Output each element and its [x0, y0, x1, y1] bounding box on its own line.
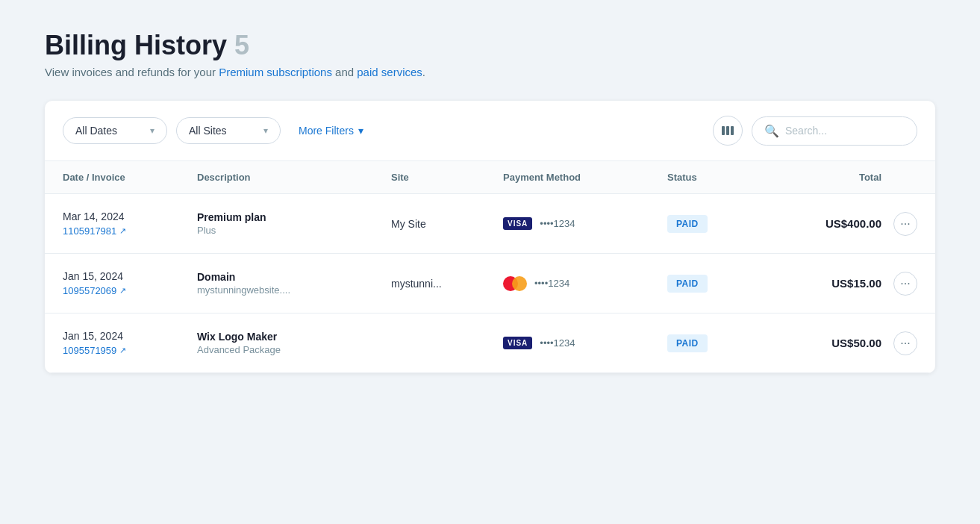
col-total: Total	[772, 172, 881, 183]
total-cell: US$15.00	[772, 277, 881, 290]
description-cell: Wix Logo Maker Advanced Package	[197, 331, 391, 355]
date-invoice-cell: Mar 14, 2024 1105917981 ↗	[63, 210, 197, 237]
row-more-button[interactable]: ···	[893, 272, 917, 296]
mastercard-badge	[503, 276, 527, 291]
invoice-link[interactable]: 1095571959 ↗	[63, 345, 197, 356]
filters-bar: All Dates ▾ All Sites ▾ More Filters ▾ 🔍	[45, 101, 935, 161]
status-cell: PAID	[667, 275, 772, 293]
status-cell: PAID	[667, 334, 772, 352]
col-site: Site	[391, 172, 503, 183]
card-dots: ••••1234	[540, 218, 575, 229]
total-cell: US$400.00	[772, 217, 881, 230]
status-badge: PAID	[667, 215, 708, 233]
date-invoice-cell: Jan 15, 2024 1095571959 ↗	[63, 330, 197, 356]
col-payment-method: Payment Method	[503, 172, 667, 183]
status-badge: PAID	[667, 275, 708, 293]
table-row: Jan 15, 2024 1095571959 ↗ Wix Logo Maker…	[45, 314, 935, 373]
page-subtitle: View invoices and refunds for your Premi…	[45, 66, 935, 78]
col-date-invoice: Date / Invoice	[63, 172, 197, 183]
desc-sub: Advanced Package	[197, 344, 391, 355]
table-row: Jan 15, 2024 1095572069 ↗ Domain mystunn…	[45, 254, 935, 314]
row-date: Jan 15, 2024	[63, 330, 197, 342]
chevron-down-icon: ▾	[263, 125, 268, 136]
svg-rect-0	[722, 126, 725, 135]
total-cell: US$50.00	[772, 337, 881, 349]
invoice-link[interactable]: 1095572069 ↗	[63, 285, 197, 296]
search-box: 🔍	[752, 116, 917, 146]
page-header: Billing History 5 View invoices and refu…	[45, 30, 935, 78]
table-row: Mar 14, 2024 1105917981 ↗ Premium plan P…	[45, 194, 935, 254]
description-cell: Premium plan Plus	[197, 211, 391, 236]
desc-sub: Plus	[197, 225, 391, 236]
col-status: Status	[667, 172, 772, 183]
status-cell: PAID	[667, 215, 772, 233]
row-more-button[interactable]: ···	[893, 331, 917, 355]
actions-cell: ···	[881, 272, 917, 296]
payment-method-cell: VISA ••••1234	[503, 217, 667, 230]
external-link-icon: ↗	[119, 226, 126, 236]
svg-rect-1	[726, 126, 729, 135]
site-cell: mystunni...	[391, 278, 503, 290]
row-date: Mar 14, 2024	[63, 210, 197, 222]
col-actions	[881, 172, 917, 183]
all-dates-label: All Dates	[75, 125, 117, 137]
page-title-count: 5	[234, 30, 249, 61]
status-badge: PAID	[667, 334, 708, 352]
payment-method-cell: ••••1234	[503, 276, 667, 291]
invoice-link[interactable]: 1105917981 ↗	[63, 225, 197, 237]
page-title: Billing History	[45, 30, 227, 61]
more-filters-label: More Filters	[299, 125, 354, 137]
chevron-down-icon: ▾	[358, 125, 363, 137]
search-icon: 🔍	[764, 124, 779, 138]
desc-name: Premium plan	[197, 211, 391, 223]
columns-toggle-button[interactable]	[713, 116, 743, 146]
row-date: Jan 15, 2024	[63, 270, 197, 282]
columns-icon	[721, 124, 734, 137]
card-dots: ••••1234	[540, 337, 575, 349]
billing-card: All Dates ▾ All Sites ▾ More Filters ▾ 🔍…	[45, 101, 935, 373]
desc-name: Wix Logo Maker	[197, 331, 391, 343]
date-invoice-cell: Jan 15, 2024 1095572069 ↗	[63, 270, 197, 296]
row-more-button[interactable]: ···	[893, 212, 917, 236]
svg-rect-2	[731, 126, 734, 135]
premium-link[interactable]: Premium subscriptions	[219, 66, 332, 78]
desc-sub: mystunningwebsite....	[197, 284, 391, 296]
external-link-icon: ↗	[119, 346, 126, 355]
all-sites-label: All Sites	[189, 125, 227, 137]
actions-cell: ···	[881, 331, 917, 355]
payment-method-cell: VISA ••••1234	[503, 337, 667, 349]
visa-badge: VISA	[503, 337, 532, 349]
desc-name: Domain	[197, 271, 391, 283]
actions-cell: ···	[881, 212, 917, 236]
all-dates-filter[interactable]: All Dates ▾	[63, 117, 167, 144]
more-filters-button[interactable]: More Filters ▾	[290, 118, 372, 143]
external-link-icon: ↗	[119, 286, 126, 296]
chevron-down-icon: ▾	[150, 125, 155, 136]
all-sites-filter[interactable]: All Sites ▾	[176, 117, 281, 144]
paid-services-link[interactable]: paid services	[357, 66, 422, 78]
table-header: Date / Invoice Description Site Payment …	[45, 161, 935, 194]
search-input[interactable]	[785, 125, 905, 137]
col-description: Description	[197, 172, 391, 183]
visa-badge: VISA	[503, 217, 532, 230]
card-dots: ••••1234	[534, 278, 569, 289]
site-cell: My Site	[391, 218, 503, 230]
description-cell: Domain mystunningwebsite....	[197, 271, 391, 296]
